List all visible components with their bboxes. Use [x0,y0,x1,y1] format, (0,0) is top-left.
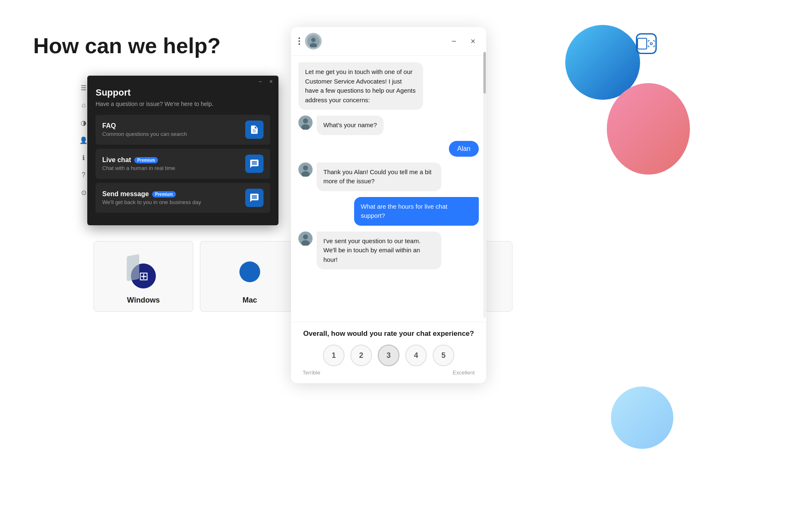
rating-title: Overall, how would you rate your chat ex… [298,330,479,338]
faq-option[interactable]: FAQ Common questions you can search [96,115,270,145]
agent-message-bubble: What's your name? [317,116,384,135]
agent-message-bubble: I've sent your question to our team. We'… [317,232,441,270]
live-chat-title: Live chat Premium [102,156,175,164]
rating-label-low: Terrible [303,369,320,376]
sidebar-icon-home: ⌂ [79,101,88,110]
svg-point-0 [650,43,653,45]
rating-labels: Terrible Excellent [298,369,479,376]
rating-label-high: Excellent [453,369,475,376]
rating-section: Overall, how would you rate your chat ex… [291,322,486,383]
message-row: Thank you Alan! Could you tell me a bit … [298,163,479,191]
rating-buttons: 1 2 3 4 5 [298,345,479,366]
mac-label: Mac [242,296,257,305]
user-message-bubble: What are the hours for live chat support… [354,197,479,226]
dialog-title: Support [96,87,270,98]
live-chat-icon [245,155,264,173]
live-chat-option[interactable]: Live chat Premium Chat with a human in r… [96,149,270,179]
help-section: How can we help? [33,33,324,75]
svg-point-8 [303,165,308,170]
faq-title: FAQ [102,122,187,130]
rating-button-1[interactable]: 1 [323,345,345,366]
chat-window: − × Let me get you in touch with one of … [291,27,486,383]
download-card-windows[interactable]: ⊞ Windows [94,241,193,312]
live-chat-option-left: Live chat Premium Chat with a human in r… [102,156,175,171]
chat-messages-container[interactable]: Let me get you in touch with one of our … [291,56,486,322]
dialog-body: Support Have a question or issue? We're … [87,87,278,225]
chat-minimize-button[interactable]: − [448,35,460,47]
sidebar-icon-settings: ⊙ [79,188,88,197]
svg-point-11 [303,234,308,239]
chat-menu-button[interactable] [298,37,300,45]
send-message-badge: Premium [152,191,176,197]
rating-button-3[interactable]: 3 [378,345,399,366]
windows-illustration: ⊞ [94,251,193,293]
chat-close-button[interactable]: × [467,35,479,47]
agent-avatar-small [298,116,313,130]
svg-point-2 [311,38,316,42]
faq-option-left: FAQ Common questions you can search [102,122,187,137]
minimize-button[interactable]: − [258,79,263,84]
agent-avatar [305,33,322,49]
chat-titlebar-left [298,33,322,49]
rating-button-4[interactable]: 4 [405,345,427,366]
dialog-subtitle: Have a question or issue? We're here to … [96,101,270,107]
message-row: I've sent your question to our team. We'… [298,232,479,270]
chat-titlebar-actions: − × [448,35,479,47]
send-message-option[interactable]: Send message Premium We'll get back to y… [96,183,270,213]
faq-desc: Common questions you can search [102,131,187,137]
sidebar-icon-help: ? [79,170,88,180]
sidebar-icon-info: ℹ [79,153,88,162]
page-title: How can we help? [33,33,324,58]
rating-button-5[interactable]: 5 [433,345,454,366]
agent-avatar-small [298,163,313,177]
windows-label: Windows [127,296,160,305]
sidebar-icon-menu: ☰ [79,83,88,92]
send-message-option-left: Send message Premium We'll get back to y… [102,190,201,205]
send-message-icon [245,189,264,207]
decorative-circle-lightblue [611,387,673,449]
scan-icon [636,33,657,54]
rating-button-2[interactable]: 2 [350,345,372,366]
send-message-title: Send message Premium [102,190,201,198]
send-message-desc: We'll get back to you in one business da… [102,199,201,205]
agent-message-bubble: Let me get you in touch with one of our … [298,62,423,110]
download-card-mac[interactable]: Mac [200,241,300,312]
chat-titlebar: − × [291,27,486,56]
user-message-bubble: Alan [449,141,479,157]
decorative-circle-pink [607,83,690,175]
faq-icon [245,121,264,139]
svg-point-5 [303,118,308,123]
sidebar-icon-circle: ◑ [79,118,88,127]
message-row: What are the hours for live chat support… [298,197,479,226]
support-dialog: − × Support Have a question or issue? We… [87,76,278,225]
agent-avatar-small [298,232,313,246]
message-row: Let me get you in touch with one of our … [298,62,479,110]
mac-illustration [200,251,299,293]
message-row: Alan [298,141,479,157]
sidebar-icon-user: 👤 [79,135,88,145]
dialog-titlebar: − × [87,76,278,87]
chat-scrollbar[interactable] [483,52,486,318]
close-button[interactable]: × [268,79,273,84]
message-row: What's your name? [298,116,479,135]
live-chat-badge: Premium [134,157,158,163]
agent-message-bubble: Thank you Alan! Could you tell me a bit … [317,163,441,191]
live-chat-desc: Chat with a human in real time [102,165,175,171]
